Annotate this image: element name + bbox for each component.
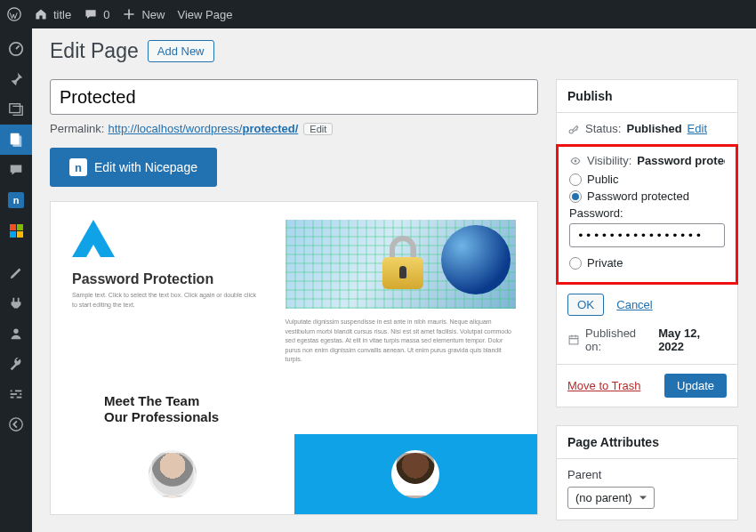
np-button-label: Edit with Nicepage <box>94 160 197 174</box>
visibility-cancel-link[interactable]: Cancel <box>616 298 652 311</box>
page-preview: Password Protection Sample text. Click t… <box>50 201 538 515</box>
collapse-icon <box>8 416 24 432</box>
team-heading-1: Meet The Team <box>104 393 484 409</box>
status-edit-link[interactable]: Edit <box>688 122 707 135</box>
comments-icon <box>8 162 24 178</box>
site-home-link[interactable]: title <box>34 7 71 21</box>
users-icon <box>8 326 24 342</box>
radio-label: Private <box>587 256 623 270</box>
add-new-button[interactable]: Add New <box>148 40 214 62</box>
visibility-ok-button[interactable]: OK <box>567 294 604 316</box>
sidebar-item-media[interactable] <box>0 94 32 125</box>
permalink-row: Permalink: http://localhost/wordpress/pr… <box>50 122 538 135</box>
visibility-radio-password[interactable]: Password protected <box>569 189 725 203</box>
page-attributes-metabox: Page Attributes Parent (no parent) <box>556 425 738 520</box>
tools-icon <box>8 356 24 372</box>
svg-point-10 <box>17 392 20 396</box>
triangle-logo-icon <box>72 220 115 257</box>
password-label: Password: <box>569 206 725 220</box>
svg-point-12 <box>10 418 22 431</box>
status-value: Published <box>626 122 681 135</box>
permalink-edit-button[interactable]: Edit <box>303 123 333 135</box>
team-card <box>294 434 538 514</box>
appearance-icon <box>8 265 24 281</box>
move-to-trash-link[interactable]: Move to Trash <box>567 379 640 392</box>
publish-footer: Move to Trash Update <box>557 364 737 407</box>
padlock-icon <box>382 236 423 289</box>
sidebar-item-nicepage[interactable]: n <box>0 185 32 215</box>
publish-metabox: Publish Status: Published Edit Visibilit… <box>556 79 738 407</box>
sidebar-item-appearance[interactable] <box>0 258 32 288</box>
view-page-link[interactable]: View Page <box>177 8 232 21</box>
parent-label: Parent <box>567 468 727 481</box>
status-row: Status: Published Edit <box>567 122 727 135</box>
password-input[interactable] <box>569 223 725 247</box>
published-date-row: Published on: May 12, 2022 <box>567 326 727 353</box>
published-value: May 12, 2022 <box>658 326 727 353</box>
svg-point-14 <box>575 159 577 162</box>
nicepage-badge-icon: n <box>69 158 87 176</box>
editor-main-column: Permalink: http://localhost/wordpress/pr… <box>50 79 538 515</box>
avatar <box>391 450 439 498</box>
admin-sidebar: n <box>0 28 32 532</box>
media-icon <box>8 101 24 117</box>
comments-link[interactable]: 0 <box>84 7 109 21</box>
team-card <box>51 434 294 514</box>
dashboard-icon <box>8 41 24 57</box>
permalink-label: Permalink: <box>50 122 104 135</box>
preview-hero-image <box>286 220 516 309</box>
sidebar-item-collapse[interactable] <box>0 409 32 439</box>
new-content-link[interactable]: New <box>122 7 165 21</box>
wordpress-icon <box>7 7 21 21</box>
update-button[interactable]: Update <box>664 374 727 398</box>
preview-section-text: Sample text. Click to select the text bo… <box>72 291 259 310</box>
visibility-radio-public[interactable]: Public <box>569 173 725 186</box>
wp-logo[interactable] <box>7 7 21 21</box>
radio-icon <box>569 190 582 203</box>
site-title: title <box>53 8 71 21</box>
preview-right-text: Vulputate dignissim suspendisse in est a… <box>286 318 516 365</box>
permalink-link[interactable]: http://localhost/wordpress/protected/ <box>108 122 298 135</box>
comment-icon <box>84 7 98 21</box>
sidebar-item-plugins[interactable] <box>0 288 32 318</box>
pages-icon <box>8 132 24 148</box>
radio-label: Public <box>587 173 618 186</box>
nicepage-icon: n <box>8 192 24 208</box>
svg-point-9 <box>12 390 16 393</box>
edit-with-nicepage-button[interactable]: n Edit with Nicepage <box>50 148 217 187</box>
admin-toolbar: title 0 New View Page <box>0 0 756 28</box>
sidebar-item-microsoft[interactable] <box>0 215 32 246</box>
page-title-input[interactable] <box>50 79 538 115</box>
home-icon <box>34 7 48 21</box>
plus-icon <box>122 7 136 21</box>
sidebar-item-pages[interactable] <box>0 125 32 155</box>
editor-side-column: Publish Status: Published Edit Visibilit… <box>556 79 738 532</box>
radio-icon <box>569 257 582 270</box>
comments-count: 0 <box>103 8 109 21</box>
page-attributes-title: Page Attributes <box>557 426 737 459</box>
svg-point-11 <box>13 396 17 399</box>
visibility-label: Visibility: <box>587 154 631 167</box>
sidebar-item-posts[interactable] <box>0 64 32 94</box>
main-content: Edit Page Add New Permalink: http://loca… <box>32 28 756 532</box>
status-label: Status: <box>585 122 621 135</box>
publish-box-title: Publish <box>557 80 737 113</box>
sidebar-item-users[interactable] <box>0 318 32 349</box>
svg-point-5 <box>13 329 18 334</box>
visibility-radio-private[interactable]: Private <box>569 256 725 270</box>
parent-select[interactable]: (no parent) <box>567 487 655 509</box>
sidebar-item-comments[interactable] <box>0 155 32 185</box>
visibility-panel-highlighted: Visibility: Password protected Public Pa… <box>556 144 738 285</box>
key-icon <box>567 123 580 135</box>
radio-label: Password protected <box>587 189 689 203</box>
svg-rect-4 <box>12 136 21 148</box>
avatar <box>149 450 197 498</box>
sidebar-item-settings[interactable] <box>0 379 32 409</box>
sidebar-item-tools[interactable] <box>0 349 32 379</box>
sidebar-item-dashboard[interactable] <box>0 34 32 64</box>
svg-point-0 <box>8 8 20 20</box>
pin-icon <box>8 71 24 87</box>
view-page-label: View Page <box>177 8 232 21</box>
svg-rect-15 <box>569 336 578 344</box>
preview-section-heading: Password Protection <box>72 271 259 287</box>
